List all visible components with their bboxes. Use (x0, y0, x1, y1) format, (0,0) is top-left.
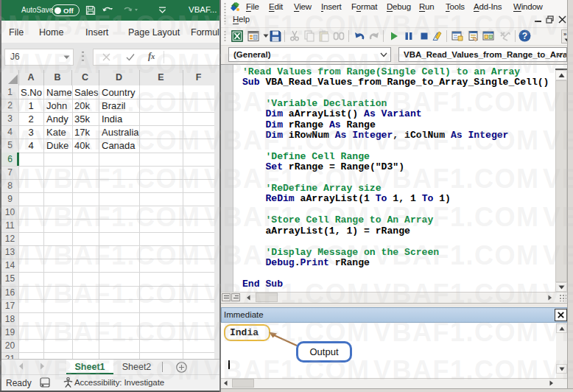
svg-text:?: ? (522, 31, 527, 41)
